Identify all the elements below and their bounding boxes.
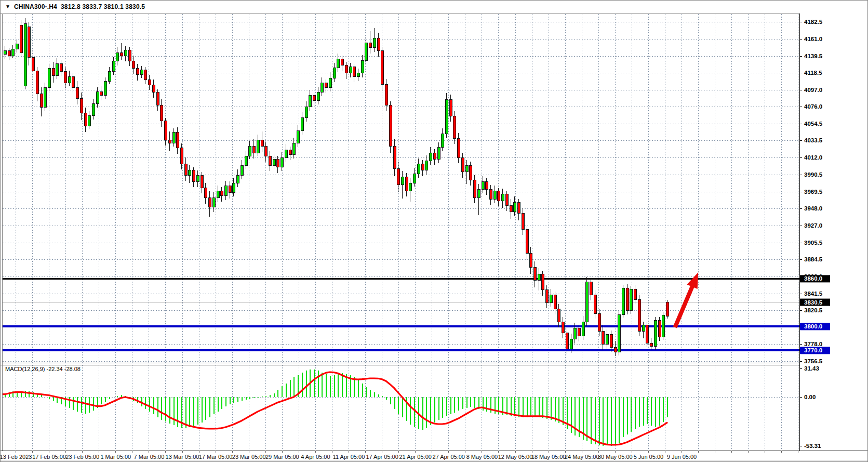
price-axis-label: 3884.5 (804, 256, 823, 262)
macd-axis-label: 31.43 (804, 365, 819, 372)
price-axis-label: 4054.5 (804, 121, 823, 127)
price-badge-3770.0: 3770.0 (800, 347, 830, 354)
candle (104, 81, 106, 96)
time-axis-label: 23 Mar 05:00 (232, 454, 266, 460)
candle (241, 166, 243, 175)
candle (301, 118, 303, 131)
time-axis-label: 27 Apr 05:00 (433, 454, 465, 460)
candle (505, 194, 508, 205)
candle (217, 191, 219, 197)
candle (662, 315, 664, 337)
candle (361, 60, 364, 73)
candle (429, 153, 432, 161)
candle (630, 289, 632, 310)
candle (618, 314, 620, 352)
candle (638, 299, 640, 331)
chart-canvas[interactable]: 4182.54161.04139.54118.54097.04076.04054… (1, 1, 868, 462)
candle (626, 288, 629, 311)
candle (353, 67, 355, 76)
candle (172, 132, 175, 143)
candle (522, 214, 524, 230)
candle (381, 51, 383, 84)
candle (232, 183, 235, 192)
symbol-title: CHINA300-.H4 (14, 3, 57, 10)
candle (48, 69, 50, 88)
candle (180, 148, 183, 164)
candle (128, 50, 131, 61)
macd-axis-label: -53.31 (804, 443, 821, 449)
candle (445, 99, 448, 134)
candle (497, 191, 500, 201)
candle (269, 156, 271, 165)
candle (582, 322, 584, 336)
candle (285, 150, 287, 157)
candle (160, 105, 163, 121)
candle (554, 295, 556, 309)
candle (276, 159, 279, 167)
candle (393, 147, 396, 169)
candle (261, 140, 263, 147)
candle (11, 49, 14, 56)
price-axis-label: 4139.5 (804, 53, 823, 59)
candle (92, 103, 95, 115)
candle (84, 113, 87, 126)
candle (52, 69, 55, 76)
candle (292, 143, 295, 154)
price-axis-label: 4161.0 (804, 36, 822, 42)
time-axis-label: 13 Mar 05:00 (166, 454, 199, 460)
price-axis-label: 3905.5 (804, 240, 823, 246)
candle (493, 191, 496, 199)
candle (68, 76, 71, 83)
candle (245, 156, 247, 165)
candle (80, 99, 83, 113)
candle (614, 347, 617, 352)
ohlc-values: 3812.8 3833.7 3810.1 3830.5 (61, 3, 145, 10)
svg-text:3800.0: 3800.0 (804, 323, 822, 329)
time-axis-label: 29 Mar 05:00 (265, 454, 299, 460)
time-axis-label: 5 Jun 05:00 (634, 454, 664, 460)
price-badge-3800.0: 3800.0 (800, 323, 830, 330)
symbol-dropdown-icon[interactable]: ▼ (5, 4, 10, 9)
price-badge-3860.0: 3860.0 (800, 275, 830, 282)
price-axis-label: 4118.5 (804, 70, 822, 76)
time-axis-label: 9 Jun 05:00 (667, 454, 697, 460)
candle (349, 67, 352, 73)
candle (212, 197, 215, 207)
candle (409, 183, 411, 191)
candle (545, 290, 548, 303)
price-axis-label: 4012.0 (804, 154, 822, 161)
candle (650, 344, 652, 347)
candle (433, 153, 436, 159)
candle (529, 253, 532, 268)
candle (28, 27, 30, 57)
candle (646, 325, 648, 343)
candle (513, 202, 516, 212)
candle (465, 166, 468, 172)
candle (313, 96, 315, 100)
candle (325, 83, 327, 87)
svg-text:3860.0: 3860.0 (804, 275, 822, 282)
price-axis-label: 4182.5 (804, 19, 823, 25)
candle (570, 339, 572, 349)
candle (100, 91, 102, 96)
candle (469, 166, 472, 180)
candle (148, 80, 151, 85)
time-axis-label: 1 Mar 05:00 (100, 454, 131, 460)
candle (602, 332, 604, 345)
candle (373, 38, 376, 47)
candle (666, 302, 669, 316)
price-axis-label: 3948.0 (804, 205, 822, 212)
candle (501, 194, 504, 201)
candle (578, 328, 580, 336)
time-axis-label: 18 May 05:00 (531, 454, 566, 460)
candle (188, 170, 191, 175)
candle (76, 87, 78, 98)
time-axis-label: 12 May 05:00 (498, 454, 533, 460)
candle (132, 61, 135, 69)
candle (176, 132, 179, 148)
candle (44, 87, 46, 107)
candle (449, 99, 452, 116)
mt4-chart-window: ▼ CHINA300-.H4 3812.8 3833.7 3810.1 3830… (0, 0, 868, 462)
candle (397, 169, 399, 185)
candle (112, 61, 115, 72)
